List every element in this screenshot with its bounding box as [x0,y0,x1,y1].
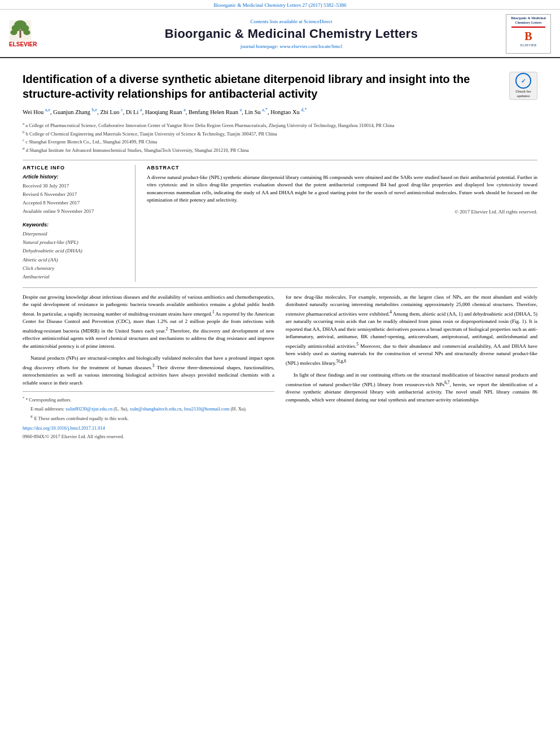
keyword-2: Natural product-like (NPL) [23,238,127,247]
email-line: E-mail addresses: sulin80230@zjut.edu.cn… [23,405,274,413]
journal-logo-right: Bioorganic & Medicinal Chemistry Letters… [500,14,551,54]
body-para-4: In light of these findings and in our co… [286,372,537,404]
abstract-text: A diverse natural product-like (NPL) syn… [147,174,537,204]
email-label: E-mail addresses: [30,406,64,412]
email-addresses: sulin80230@zjut.edu.cn [65,406,112,412]
sciencedirect-link[interactable]: ScienceDirect [304,19,332,24]
email-xu1: xuln@shanghaitech.edu.cn [130,406,182,412]
main-content: Identification of a diverse synthetic ab… [0,58,560,446]
section-divider [23,287,537,288]
elsevier-logo-area: ELSEVIER [9,20,82,47]
keyword-6: Antibacterial [23,273,127,281]
history-heading: Article history: [23,174,127,180]
keywords-list: Diterpenoid Natural product-like (NPL) D… [23,230,127,282]
revised-date: Revised 6 November 2017 [23,190,127,199]
svg-point-6 [23,30,30,35]
article-title-row: Identification of a diverse synthetic ab… [23,72,537,101]
article-info-section: ARTICLE INFO Article history: Received 3… [23,165,135,282]
body-para-3: for new drug-like molecules. For example… [286,294,537,368]
copyright-line: © 2017 Elsevier Ltd. All rights reserved… [147,209,537,215]
journal-homepage: journal homepage: www.elsevier.com/locat… [82,43,500,49]
abstract-heading: ABSTRACT [147,165,537,171]
abstract-section: ABSTRACT A diverse natural product-like … [147,165,537,282]
journal-title-header: Bioorganic & Medicinal Chemistry Letters [82,27,500,41]
keyword-4: Abietic acid (AA) [23,256,127,264]
keyword-5: Click chemistry [23,264,127,273]
article-info-abstract: ARTICLE INFO Article history: Received 3… [23,160,537,282]
body-para-1: Despite our growing knowledge about infe… [23,294,274,351]
keywords-heading: Keywords: [23,222,127,228]
journal-header: ELSEVIER Contents lists available at Sci… [0,10,560,58]
authors-line: Wei Hou a,e, Guanjun Zhang b,e, Zhi Luo … [23,107,537,116]
check-for-updates-badge: ✓ Check forupdates [509,72,537,100]
doi-line: https://doi.org/10.1016/j.bmcl.2017.11.0… [23,425,274,432]
corresponding-note: * * Corresponding authors. [23,395,274,404]
email-xu2: ltxu2110@hotmail.com [184,406,229,412]
top-bar: Bioorganic & Medicinal Chemistry Letters… [0,0,560,10]
journal-header-center: Contents lists available at ScienceDirec… [82,19,500,49]
equal-contribution-note: E E These authors contributed equally to… [23,414,274,422]
keyword-1: Diterpenoid [23,230,127,238]
article-info-heading: ARTICLE INFO [23,165,127,171]
accepted-date: Accepted 8 November 2017 [23,199,127,207]
keywords-section: Keywords: Diterpenoid Natural product-li… [23,222,127,282]
homepage-link[interactable]: www.elsevier.com/locate/bmcl [279,43,342,49]
received-date: Received 30 July 2017 [23,182,127,190]
article-title-text: Identification of a diverse synthetic ab… [23,72,509,101]
footnotes: * * Corresponding authors. E-mail addres… [23,391,274,440]
affiliations: a a College of Pharmaceutical Science, C… [23,121,537,154]
body-left-column: Despite our growing knowledge about infe… [23,294,274,440]
sciencedirect-line: Contents lists available at ScienceDirec… [82,19,500,24]
available-date: Available online 9 November 2017 [23,207,127,216]
body-columns: Despite our growing knowledge about infe… [23,294,537,440]
keyword-3: Dehydroabietic acid (DHAA) [23,247,127,255]
journal-citation: Bioorganic & Medicinal Chemistry Letters… [213,2,346,8]
svg-rect-4 [19,30,21,38]
issn-line: 0960-894X/© 2017 Elsevier Ltd. All right… [23,433,274,440]
history-section: Article history: Received 30 July 2017 R… [23,174,127,216]
svg-point-5 [10,30,17,35]
body-right-column: for new drug-like molecules. For example… [286,294,537,440]
body-para-2: Natural products (NPs) are structural-co… [23,355,274,387]
